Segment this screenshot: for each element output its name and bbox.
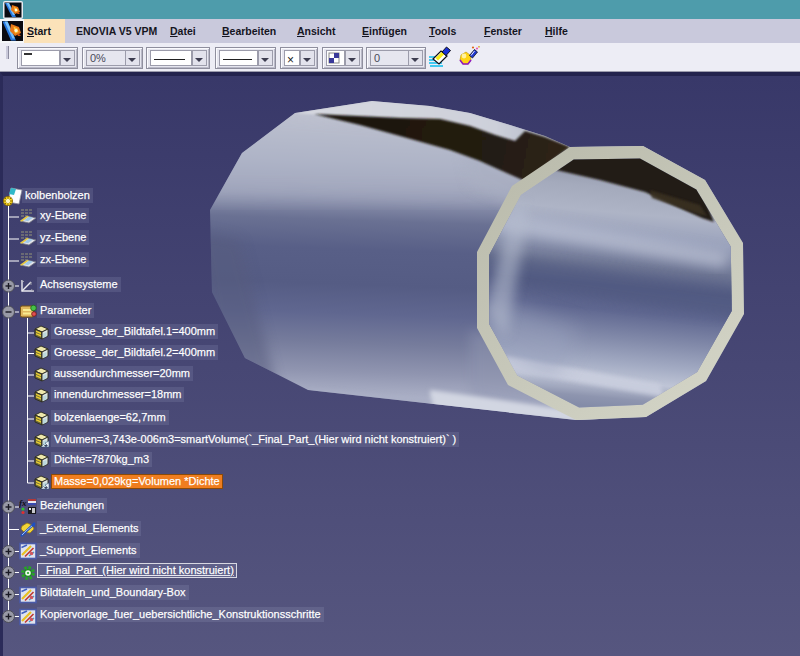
svg-text:fx: fx <box>19 498 27 508</box>
